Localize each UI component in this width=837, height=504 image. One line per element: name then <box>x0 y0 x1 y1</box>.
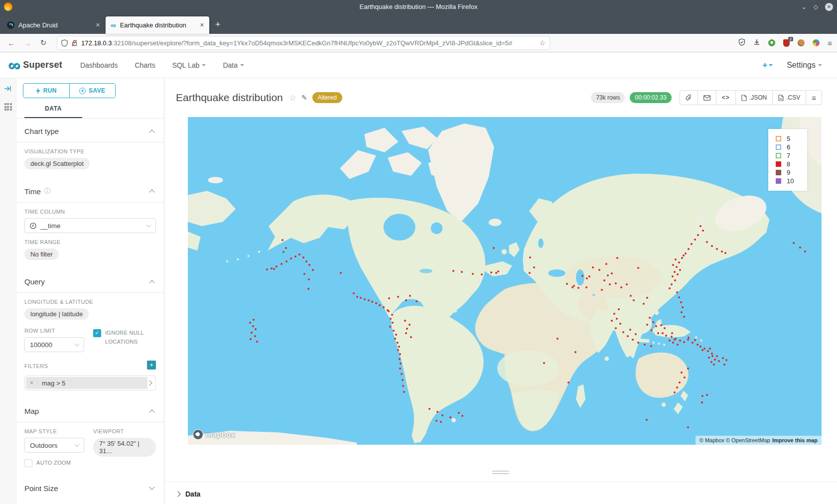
earthquake-point[interactable] <box>691 243 693 245</box>
earthquake-point[interactable] <box>452 270 454 272</box>
hamburger-menu-icon[interactable]: ≡ <box>828 39 832 47</box>
earthquake-point[interactable] <box>383 306 385 308</box>
downloads-icon[interactable] <box>753 39 760 47</box>
remove-filter-icon[interactable]: × <box>26 379 38 386</box>
earthquake-point[interactable] <box>676 386 678 388</box>
earthquake-point[interactable] <box>611 320 613 322</box>
section-query[interactable]: Query <box>24 269 156 292</box>
data-panel-toggle[interactable]: Data <box>164 482 837 498</box>
filter-chip[interactable]: × mag > 5 <box>26 377 147 389</box>
earthquake-point[interactable] <box>567 381 569 383</box>
earthquake-point[interactable] <box>543 362 545 364</box>
viewport-value[interactable]: 7° 35' 54.02" | 31... <box>93 438 156 457</box>
mapbox-logo[interactable]: mapbox <box>193 429 235 440</box>
earthquake-point[interactable] <box>405 332 407 334</box>
earthquake-point[interactable] <box>616 257 618 259</box>
cookie-extension-icon[interactable] <box>798 39 805 46</box>
auto-zoom-checkbox[interactable] <box>24 459 32 467</box>
earthquake-point[interactable] <box>409 295 411 297</box>
earthquake-point[interactable] <box>694 339 696 341</box>
earthquake-point[interactable] <box>294 255 296 257</box>
section-time[interactable]: Timeⓘ <box>24 178 156 202</box>
tab-data[interactable]: DATA <box>24 105 82 118</box>
superset-logo[interactable]: ∞ Superset <box>8 60 62 70</box>
add-new-button[interactable]: + <box>762 60 773 70</box>
earthquake-point[interactable] <box>461 415 463 417</box>
earthquake-point[interactable] <box>679 269 681 271</box>
earthquake-point[interactable] <box>687 426 689 428</box>
chevron-right-icon[interactable] <box>146 380 152 385</box>
earthquake-point[interactable] <box>799 247 801 249</box>
earthquake-point[interactable] <box>493 247 495 249</box>
run-button[interactable]: RUN <box>23 84 69 98</box>
altered-badge[interactable]: Altered <box>312 92 342 103</box>
earthquake-point[interactable] <box>571 286 573 288</box>
share-link-button[interactable] <box>680 91 698 105</box>
forward-button[interactable]: → <box>21 39 34 47</box>
settings-menu[interactable]: Settings <box>787 61 822 70</box>
earthquake-point[interactable] <box>290 257 292 259</box>
earthquake-point[interactable] <box>629 329 631 331</box>
earthquake-point[interactable] <box>252 325 254 327</box>
pinwheel-extension-icon[interactable] <box>813 39 820 46</box>
earthquake-point[interactable] <box>390 318 392 320</box>
earthquake-point[interactable] <box>577 287 579 289</box>
earthquake-point[interactable] <box>391 314 393 316</box>
tab-close-icon[interactable]: ✕ <box>96 22 100 28</box>
earthquake-point[interactable] <box>399 358 401 360</box>
earthquake-point[interactable] <box>436 411 438 413</box>
chart-menu-button[interactable]: ≡ <box>806 91 822 105</box>
earthquake-point[interactable] <box>718 360 720 362</box>
earthquake-point[interactable] <box>271 267 273 269</box>
earthquake-point[interactable] <box>490 271 492 273</box>
row-limit-select[interactable]: 100000 <box>24 337 84 352</box>
earthquake-point[interactable] <box>677 273 679 275</box>
earthquake-point[interactable] <box>679 340 681 342</box>
earthquake-point[interactable] <box>280 263 282 265</box>
lonlat-value[interactable]: longitude | latitude <box>24 308 89 320</box>
earthquake-point[interactable] <box>298 253 300 255</box>
earthquake-point[interactable] <box>529 256 531 258</box>
earthquake-point[interactable] <box>603 279 605 281</box>
earthquake-point[interactable] <box>416 300 418 302</box>
earthquake-point[interactable] <box>716 248 718 250</box>
earthquake-point[interactable] <box>716 355 718 357</box>
extension-green-icon[interactable] <box>768 39 775 46</box>
earthquake-point[interactable] <box>688 337 690 339</box>
earthquake-point[interactable] <box>694 239 696 241</box>
legend-item[interactable]: 5 <box>776 134 807 143</box>
earthquake-point[interactable] <box>643 303 645 305</box>
earthquake-point[interactable] <box>725 359 727 361</box>
earthquake-point[interactable] <box>607 274 609 276</box>
new-tab-button[interactable]: + <box>215 19 221 30</box>
earthquake-point[interactable] <box>664 327 666 329</box>
earthquake-point[interactable] <box>721 251 723 252</box>
earthquake-point[interactable] <box>711 353 713 355</box>
earthquake-point[interactable] <box>683 254 685 256</box>
earthquake-point[interactable] <box>671 332 673 334</box>
earthquake-point[interactable] <box>609 283 611 285</box>
dataset-grid-icon[interactable] <box>4 103 12 111</box>
insecure-lock-icon[interactable] <box>71 39 78 47</box>
close-icon[interactable]: ✕ <box>825 3 833 11</box>
earthquake-point[interactable] <box>281 239 283 241</box>
earthquake-point[interactable] <box>649 317 651 319</box>
earthquake-point[interactable] <box>697 344 698 346</box>
earthquake-point[interactable] <box>707 350 709 352</box>
earthquake-point[interactable] <box>682 306 684 308</box>
earthquake-point[interactable] <box>405 299 407 301</box>
earthquake-point[interactable] <box>616 318 618 320</box>
earthquake-point[interactable] <box>619 323 621 325</box>
tracking-shield-icon[interactable] <box>61 39 68 47</box>
earthquake-point[interactable] <box>388 297 390 299</box>
earthquake-point[interactable] <box>302 256 304 258</box>
earthquake-point[interactable] <box>701 401 703 403</box>
earthquake-point[interactable] <box>592 266 594 268</box>
earthquake-point[interactable] <box>669 287 671 289</box>
ignore-null-checkbox[interactable]: ✓ <box>93 329 101 337</box>
earthquake-point[interactable] <box>708 357 710 359</box>
earthquake-point[interactable] <box>674 339 676 341</box>
earthquake-point[interactable] <box>613 313 615 315</box>
earthquake-point[interactable] <box>397 342 399 344</box>
earthquake-point[interactable] <box>481 273 483 275</box>
